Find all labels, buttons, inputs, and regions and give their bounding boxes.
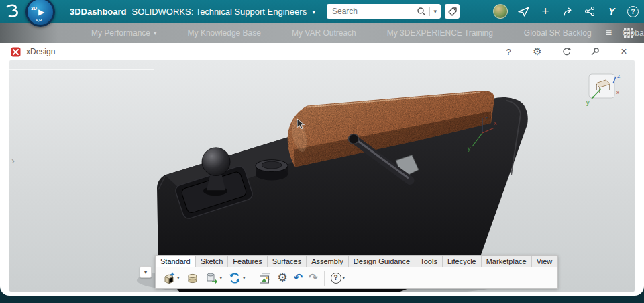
- share-nodes-icon[interactable]: [583, 5, 596, 18]
- dassault-3ds-logo[interactable]: [5, 4, 22, 19]
- redo-button[interactable]: ↷: [309, 273, 317, 284]
- ribbon-tab-sketch[interactable]: Sketch: [196, 256, 229, 267]
- search-divider: [429, 7, 430, 16]
- ribbon-tab-features[interactable]: Features: [228, 256, 267, 267]
- viewcube-x-label: x: [616, 89, 619, 95]
- app-window-header: xDesign ? ⚙ ×: [0, 43, 644, 60]
- ribbon-tab-lifecycle[interactable]: Lifecycle: [443, 256, 482, 267]
- ribbon-toolbar: ▾ Standard Sketch Features Surfaces Asse…: [140, 255, 558, 289]
- toolbar-divider: [252, 271, 252, 286]
- ribbon-tab-tools[interactable]: Tools: [415, 256, 443, 267]
- search-box: ▾: [327, 4, 441, 19]
- capture-image-icon: [258, 271, 272, 285]
- gear-icon: ⚙: [278, 272, 288, 284]
- app-grid-icon[interactable]: [624, 28, 633, 38]
- help-icon: ?: [331, 273, 341, 284]
- help-menu-button[interactable]: ? ▾: [331, 273, 345, 284]
- ribbon-tab-assembly[interactable]: Assembly: [307, 256, 349, 267]
- revolve-body-icon: [186, 271, 199, 285]
- ribbon-tab-marketplace[interactable]: Marketplace: [482, 256, 532, 267]
- undo-button[interactable]: ↶: [294, 273, 303, 284]
- insert-part-button[interactable]: ▾: [162, 271, 180, 285]
- xdesign-logo: [11, 47, 21, 57]
- sync-update-button[interactable]: ▾: [228, 271, 246, 285]
- avatar[interactable]: [493, 4, 508, 19]
- sync-update-icon: [228, 271, 241, 285]
- ribbon-tab-strip: Standard Sketch Features Surfaces Assemb…: [155, 255, 558, 267]
- nav-tab-my-knowledge-base[interactable]: My Knowledge Base: [188, 28, 261, 38]
- app-window-title: xDesign: [26, 47, 55, 56]
- ribbon-tab-standard[interactable]: Standard: [156, 256, 196, 267]
- chevron-down-icon[interactable]: ▾: [312, 8, 315, 15]
- nav-tab-global-sr-backlog[interactable]: Global SR Backlog: [524, 28, 592, 38]
- settings-button[interactable]: ⚙: [278, 272, 288, 284]
- view-cube[interactable]: y z x: [585, 70, 624, 107]
- export-data-button[interactable]: ▾: [205, 271, 223, 285]
- tag-icon: [447, 7, 458, 17]
- compass-3d-label: 3D: [31, 6, 37, 11]
- search-icon[interactable]: [417, 7, 426, 16]
- refresh-icon[interactable]: [561, 46, 572, 57]
- ribbon-tab-design-guidance[interactable]: Design Guidance: [349, 256, 415, 267]
- add-content-icon[interactable]: +: [539, 5, 552, 18]
- ribbon-tab-view[interactable]: View: [532, 256, 558, 267]
- play-icon: ▶: [38, 7, 44, 17]
- ribbon-collapse-button[interactable]: ▾: [140, 266, 152, 278]
- tag-button[interactable]: [445, 4, 460, 19]
- toolbar-divider: [324, 271, 325, 286]
- gear-icon[interactable]: ⚙: [532, 46, 543, 57]
- undo-icon: ↶: [294, 273, 303, 284]
- compass-vr-label: V,R: [36, 18, 42, 22]
- app-help-icon[interactable]: ?: [503, 46, 514, 57]
- search-input[interactable]: [332, 7, 417, 16]
- chevron-down-icon: ▾: [154, 30, 157, 36]
- ribbon-tab-surfaces[interactable]: Surfaces: [268, 256, 307, 267]
- nav-tab-my-performance[interactable]: My Performance ▾: [91, 28, 157, 38]
- xdesign-app-window: xDesign ? ⚙ ×: [0, 43, 644, 296]
- revolve-body-button[interactable]: [186, 271, 199, 285]
- share-message-icon[interactable]: [517, 5, 530, 18]
- capture-image-button[interactable]: [258, 271, 272, 285]
- hamburger-menu-icon[interactable]: ≡: [606, 27, 612, 39]
- pin-icon[interactable]: [590, 46, 600, 57]
- ribbon-icon-row: ▾: [155, 267, 558, 289]
- search-scope-chevron-icon[interactable]: ▾: [433, 8, 437, 15]
- left-panel-expand-icon[interactable]: ›: [11, 155, 15, 166]
- viewcube-y-label: y: [586, 99, 590, 106]
- nav-tab-my-var-outreach[interactable]: My VAR Outreach: [292, 28, 356, 38]
- help-icon[interactable]: ?: [627, 6, 639, 17]
- dashboard-context-title[interactable]: SOLIDWORKS: Technical Support Engineers: [132, 7, 307, 17]
- app-brand-title: 3DDashboard: [70, 7, 127, 17]
- forward-arrow-icon[interactable]: [561, 5, 574, 18]
- export-data-icon: [205, 271, 219, 285]
- close-icon[interactable]: ×: [619, 46, 629, 57]
- swym-community-icon[interactable]: Y: [605, 5, 619, 18]
- nav-tab-my-3dexperience-training[interactable]: My 3DEXPERIENCE Training: [387, 28, 493, 38]
- redo-icon: ↷: [309, 273, 317, 284]
- viewcube-z-label: z: [617, 73, 621, 79]
- top-app-bar: 3D ▶ V,R 3DDashboard SOLIDWORKS: Technic…: [0, 0, 644, 23]
- insert-part-icon: [162, 271, 176, 285]
- dashboard-tab-bar: My Performance ▾ My Knowledge Base My VA…: [0, 23, 644, 43]
- 3d-viewport[interactable]: › y z x z x y ▾: [9, 60, 635, 292]
